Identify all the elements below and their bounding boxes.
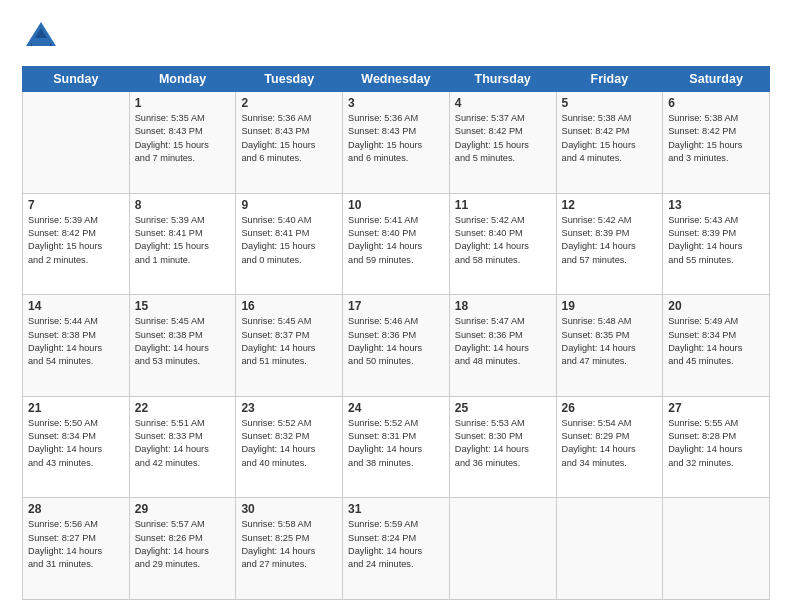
day-number: 28 (28, 502, 124, 516)
day-number: 23 (241, 401, 337, 415)
logo (22, 18, 60, 60)
day-info: Sunrise: 5:39 AM Sunset: 8:42 PM Dayligh… (28, 214, 124, 267)
week-row-3: 14Sunrise: 5:44 AM Sunset: 8:38 PM Dayli… (23, 295, 770, 397)
day-info: Sunrise: 5:39 AM Sunset: 8:41 PM Dayligh… (135, 214, 231, 267)
day-number: 13 (668, 198, 764, 212)
calendar-cell-4-3: 23Sunrise: 5:52 AM Sunset: 8:32 PM Dayli… (236, 396, 343, 498)
calendar-cell-1-6: 5Sunrise: 5:38 AM Sunset: 8:42 PM Daylig… (556, 92, 663, 194)
day-number: 11 (455, 198, 551, 212)
header (22, 18, 770, 60)
calendar-cell-5-6 (556, 498, 663, 600)
day-header-monday: Monday (129, 67, 236, 92)
calendar-cell-3-2: 15Sunrise: 5:45 AM Sunset: 8:38 PM Dayli… (129, 295, 236, 397)
calendar-cell-4-7: 27Sunrise: 5:55 AM Sunset: 8:28 PM Dayli… (663, 396, 770, 498)
calendar-cell-3-6: 19Sunrise: 5:48 AM Sunset: 8:35 PM Dayli… (556, 295, 663, 397)
day-header-wednesday: Wednesday (343, 67, 450, 92)
day-info: Sunrise: 5:43 AM Sunset: 8:39 PM Dayligh… (668, 214, 764, 267)
day-number: 31 (348, 502, 444, 516)
day-number: 6 (668, 96, 764, 110)
day-info: Sunrise: 5:48 AM Sunset: 8:35 PM Dayligh… (562, 315, 658, 368)
calendar-cell-1-7: 6Sunrise: 5:38 AM Sunset: 8:42 PM Daylig… (663, 92, 770, 194)
calendar-cell-3-4: 17Sunrise: 5:46 AM Sunset: 8:36 PM Dayli… (343, 295, 450, 397)
day-header-tuesday: Tuesday (236, 67, 343, 92)
day-info: Sunrise: 5:36 AM Sunset: 8:43 PM Dayligh… (241, 112, 337, 165)
calendar-cell-3-5: 18Sunrise: 5:47 AM Sunset: 8:36 PM Dayli… (449, 295, 556, 397)
day-number: 15 (135, 299, 231, 313)
calendar-cell-5-1: 28Sunrise: 5:56 AM Sunset: 8:27 PM Dayli… (23, 498, 130, 600)
day-number: 27 (668, 401, 764, 415)
day-number: 2 (241, 96, 337, 110)
calendar-cell-4-1: 21Sunrise: 5:50 AM Sunset: 8:34 PM Dayli… (23, 396, 130, 498)
calendar-cell-5-2: 29Sunrise: 5:57 AM Sunset: 8:26 PM Dayli… (129, 498, 236, 600)
day-info: Sunrise: 5:54 AM Sunset: 8:29 PM Dayligh… (562, 417, 658, 470)
day-number: 29 (135, 502, 231, 516)
day-info: Sunrise: 5:45 AM Sunset: 8:38 PM Dayligh… (135, 315, 231, 368)
calendar-cell-3-7: 20Sunrise: 5:49 AM Sunset: 8:34 PM Dayli… (663, 295, 770, 397)
day-info: Sunrise: 5:56 AM Sunset: 8:27 PM Dayligh… (28, 518, 124, 571)
calendar-cell-1-4: 3Sunrise: 5:36 AM Sunset: 8:43 PM Daylig… (343, 92, 450, 194)
day-info: Sunrise: 5:36 AM Sunset: 8:43 PM Dayligh… (348, 112, 444, 165)
day-info: Sunrise: 5:45 AM Sunset: 8:37 PM Dayligh… (241, 315, 337, 368)
day-headers-row: SundayMondayTuesdayWednesdayThursdayFrid… (23, 67, 770, 92)
day-info: Sunrise: 5:40 AM Sunset: 8:41 PM Dayligh… (241, 214, 337, 267)
calendar-cell-1-5: 4Sunrise: 5:37 AM Sunset: 8:42 PM Daylig… (449, 92, 556, 194)
day-number: 26 (562, 401, 658, 415)
logo-icon (22, 18, 60, 56)
day-info: Sunrise: 5:52 AM Sunset: 8:31 PM Dayligh… (348, 417, 444, 470)
week-row-1: 1Sunrise: 5:35 AM Sunset: 8:43 PM Daylig… (23, 92, 770, 194)
day-info: Sunrise: 5:41 AM Sunset: 8:40 PM Dayligh… (348, 214, 444, 267)
calendar-cell-5-4: 31Sunrise: 5:59 AM Sunset: 8:24 PM Dayli… (343, 498, 450, 600)
calendar-cell-3-1: 14Sunrise: 5:44 AM Sunset: 8:38 PM Dayli… (23, 295, 130, 397)
calendar-cell-4-2: 22Sunrise: 5:51 AM Sunset: 8:33 PM Dayli… (129, 396, 236, 498)
day-number: 12 (562, 198, 658, 212)
day-info: Sunrise: 5:38 AM Sunset: 8:42 PM Dayligh… (668, 112, 764, 165)
day-number: 19 (562, 299, 658, 313)
day-number: 9 (241, 198, 337, 212)
day-header-thursday: Thursday (449, 67, 556, 92)
day-info: Sunrise: 5:35 AM Sunset: 8:43 PM Dayligh… (135, 112, 231, 165)
day-info: Sunrise: 5:38 AM Sunset: 8:42 PM Dayligh… (562, 112, 658, 165)
calendar-cell-2-4: 10Sunrise: 5:41 AM Sunset: 8:40 PM Dayli… (343, 193, 450, 295)
day-number: 16 (241, 299, 337, 313)
day-number: 20 (668, 299, 764, 313)
calendar-table: SundayMondayTuesdayWednesdayThursdayFrid… (22, 66, 770, 600)
day-header-friday: Friday (556, 67, 663, 92)
day-info: Sunrise: 5:57 AM Sunset: 8:26 PM Dayligh… (135, 518, 231, 571)
week-row-4: 21Sunrise: 5:50 AM Sunset: 8:34 PM Dayli… (23, 396, 770, 498)
day-info: Sunrise: 5:49 AM Sunset: 8:34 PM Dayligh… (668, 315, 764, 368)
calendar-cell-5-5 (449, 498, 556, 600)
day-info: Sunrise: 5:51 AM Sunset: 8:33 PM Dayligh… (135, 417, 231, 470)
calendar-cell-2-7: 13Sunrise: 5:43 AM Sunset: 8:39 PM Dayli… (663, 193, 770, 295)
day-number: 18 (455, 299, 551, 313)
day-number: 7 (28, 198, 124, 212)
day-number: 24 (348, 401, 444, 415)
calendar-cell-1-3: 2Sunrise: 5:36 AM Sunset: 8:43 PM Daylig… (236, 92, 343, 194)
calendar-cell-5-7 (663, 498, 770, 600)
day-info: Sunrise: 5:55 AM Sunset: 8:28 PM Dayligh… (668, 417, 764, 470)
day-number: 1 (135, 96, 231, 110)
day-number: 10 (348, 198, 444, 212)
day-header-sunday: Sunday (23, 67, 130, 92)
day-number: 14 (28, 299, 124, 313)
calendar-cell-2-2: 8Sunrise: 5:39 AM Sunset: 8:41 PM Daylig… (129, 193, 236, 295)
day-number: 4 (455, 96, 551, 110)
day-info: Sunrise: 5:44 AM Sunset: 8:38 PM Dayligh… (28, 315, 124, 368)
calendar-cell-4-6: 26Sunrise: 5:54 AM Sunset: 8:29 PM Dayli… (556, 396, 663, 498)
day-number: 8 (135, 198, 231, 212)
calendar-cell-1-1 (23, 92, 130, 194)
day-number: 21 (28, 401, 124, 415)
day-info: Sunrise: 5:47 AM Sunset: 8:36 PM Dayligh… (455, 315, 551, 368)
day-info: Sunrise: 5:50 AM Sunset: 8:34 PM Dayligh… (28, 417, 124, 470)
calendar-cell-1-2: 1Sunrise: 5:35 AM Sunset: 8:43 PM Daylig… (129, 92, 236, 194)
day-info: Sunrise: 5:53 AM Sunset: 8:30 PM Dayligh… (455, 417, 551, 470)
page: SundayMondayTuesdayWednesdayThursdayFrid… (0, 0, 792, 612)
week-row-5: 28Sunrise: 5:56 AM Sunset: 8:27 PM Dayli… (23, 498, 770, 600)
day-number: 5 (562, 96, 658, 110)
day-number: 25 (455, 401, 551, 415)
day-header-saturday: Saturday (663, 67, 770, 92)
calendar-cell-2-1: 7Sunrise: 5:39 AM Sunset: 8:42 PM Daylig… (23, 193, 130, 295)
day-info: Sunrise: 5:58 AM Sunset: 8:25 PM Dayligh… (241, 518, 337, 571)
day-info: Sunrise: 5:59 AM Sunset: 8:24 PM Dayligh… (348, 518, 444, 571)
day-number: 22 (135, 401, 231, 415)
calendar-cell-2-3: 9Sunrise: 5:40 AM Sunset: 8:41 PM Daylig… (236, 193, 343, 295)
